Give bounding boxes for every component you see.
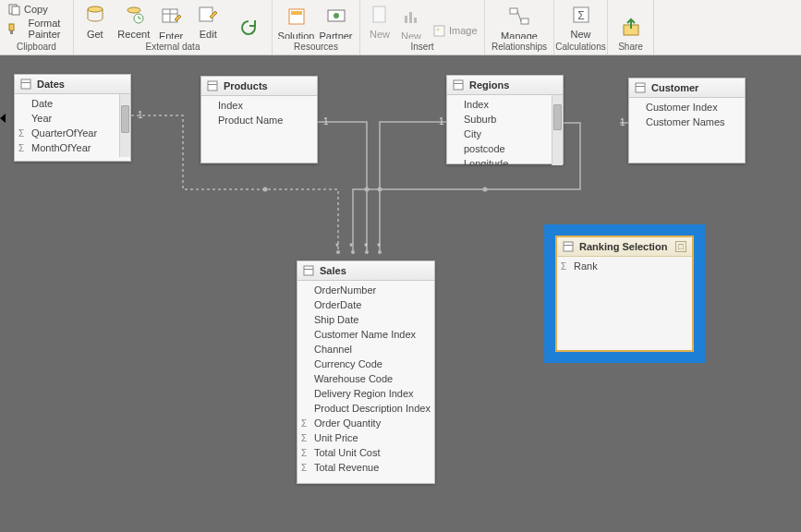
field-row[interactable]: Product Name <box>201 113 317 127</box>
field-row[interactable]: OrderDate <box>297 297 434 312</box>
edit-queries-icon <box>196 3 220 27</box>
ranking-selection-highlight: Ranking Selection □ ΣRank <box>544 224 705 363</box>
svg-line-25 <box>517 11 521 21</box>
field-row[interactable]: Currency Code <box>297 357 434 371</box>
sigma-icon: Σ <box>301 433 307 443</box>
svg-point-30 <box>365 187 370 192</box>
field-row[interactable]: Suburb <box>447 112 563 127</box>
table-regions[interactable]: Regions Index Suburb City postcode Longi… <box>446 75 564 164</box>
svg-text:Σ: Σ <box>577 9 584 22</box>
table-customer[interactable]: Customer Customer Index Customer Names <box>628 78 746 163</box>
svg-text:1: 1 <box>439 116 444 127</box>
measure-icon: Σ <box>569 3 593 27</box>
table-title: Ranking Selection <box>579 241 667 252</box>
field-row[interactable]: Index <box>447 97 563 112</box>
table-dates[interactable]: Dates Date Year ΣQuarterOfYear ΣMonthOfY… <box>14 74 131 162</box>
svg-rect-17 <box>409 12 412 23</box>
field-row[interactable]: Index <box>201 98 317 113</box>
field-row[interactable]: ΣMonthOfYear <box>15 140 130 155</box>
field-row[interactable]: postcode <box>447 141 563 156</box>
field-label: Order Quantity <box>314 417 381 429</box>
svg-rect-45 <box>21 79 30 89</box>
copy-button[interactable]: Copy <box>4 2 52 17</box>
insert-group-label: Insert <box>360 39 485 54</box>
scrollbar-thumb[interactable] <box>553 104 562 130</box>
field-label: Customer Name Index <box>314 329 416 340</box>
copy-icon <box>7 3 20 16</box>
table-title: Regions <box>469 79 509 91</box>
copy-label: Copy <box>24 4 48 15</box>
table-header-customer[interactable]: Customer <box>629 79 745 98</box>
table-title: Dates <box>37 79 65 90</box>
share-group-label: Share <box>608 39 654 54</box>
field-row[interactable]: ΣTotal Revenue <box>297 460 434 475</box>
format-painter-button[interactable]: Format Painter <box>4 17 69 41</box>
svg-text:1: 1 <box>138 110 143 120</box>
sigma-icon: Σ <box>301 463 307 473</box>
maximize-icon[interactable]: □ <box>675 241 686 252</box>
field-label: Longitude <box>464 158 508 165</box>
svg-text:1: 1 <box>323 116 329 127</box>
table-ranking-selection[interactable]: Ranking Selection □ ΣRank <box>555 236 694 352</box>
svg-rect-15 <box>373 6 385 22</box>
sigma-icon: Σ <box>301 418 307 429</box>
field-row[interactable]: ΣOrder Quantity <box>297 416 434 430</box>
table-products[interactable]: Products Index Product Name <box>200 76 318 163</box>
field-row[interactable]: Year <box>15 111 130 126</box>
svg-rect-55 <box>564 242 573 251</box>
sigma-icon: Σ <box>301 448 307 458</box>
table-header-sales[interactable]: Sales <box>297 261 434 281</box>
page-icon <box>368 3 392 27</box>
scrollbar-thumb[interactable] <box>121 105 129 133</box>
table-pencil-icon <box>159 5 183 29</box>
field-row[interactable]: Ship Date <box>297 312 434 327</box>
table-header-dates[interactable]: Dates <box>15 75 130 94</box>
table-icon <box>635 82 646 93</box>
field-row[interactable]: Customer Index <box>629 100 745 115</box>
svg-point-34 <box>351 250 355 254</box>
brush-icon <box>7 22 19 35</box>
field-row[interactable]: ΣTotal Unit Cost <box>297 445 434 460</box>
scrollbar[interactable] <box>552 95 563 165</box>
field-row[interactable]: ΣQuarterOfYear <box>15 126 130 140</box>
table-header-regions[interactable]: Regions <box>447 76 563 95</box>
external-group-label: External data <box>74 39 273 54</box>
field-row[interactable]: Product Description Index <box>297 401 434 416</box>
scrollbar[interactable] <box>119 94 130 157</box>
image-button[interactable]: Image <box>429 23 481 38</box>
svg-rect-18 <box>414 18 417 23</box>
field-row[interactable]: Customer Names <box>629 115 745 129</box>
field-row[interactable]: Date <box>15 96 130 111</box>
field-row[interactable]: Delivery Region Index <box>297 386 434 401</box>
field-row[interactable]: Longitude <box>447 156 563 165</box>
field-row[interactable]: Warehouse Code <box>297 371 434 386</box>
field-label: Customer Names <box>646 116 725 127</box>
model-canvas[interactable]: 1 1 1 1 * * * * Dates Date Year ΣQuarter… <box>0 55 801 532</box>
table-header-products[interactable]: Products <box>201 77 317 96</box>
field-label: Delivery Region Index <box>314 388 414 399</box>
svg-point-14 <box>334 13 339 18</box>
template-icon <box>285 5 309 29</box>
field-row[interactable]: ΣRank <box>557 259 692 273</box>
svg-rect-12 <box>291 11 302 15</box>
svg-point-20 <box>436 28 439 30</box>
table-sales[interactable]: Sales OrderNumberOrderDateShip DateCusto… <box>297 260 435 484</box>
svg-rect-19 <box>434 26 444 36</box>
svg-text:*: * <box>349 242 353 252</box>
table-title: Sales <box>320 265 346 276</box>
field-row[interactable]: Channel <box>297 342 434 357</box>
field-row[interactable]: OrderNumber <box>297 283 434 297</box>
field-row[interactable]: City <box>447 127 563 141</box>
table-header-ranking[interactable]: Ranking Selection □ <box>557 237 692 257</box>
svg-point-36 <box>378 250 382 254</box>
field-label: Currency Code <box>314 358 382 369</box>
table-title: Customer <box>651 82 698 93</box>
field-label: Index <box>464 99 489 110</box>
field-row[interactable]: Customer Name Index <box>297 327 434 342</box>
field-row[interactable]: ΣUnit Price <box>297 430 434 445</box>
field-label: Channel <box>314 344 352 355</box>
svg-text:1: 1 <box>620 117 625 127</box>
field-label: Year <box>31 113 52 124</box>
table-body-dates: Date Year ΣQuarterOfYear ΣMonthOfYear <box>15 94 130 157</box>
field-label: Customer Index <box>646 102 718 113</box>
